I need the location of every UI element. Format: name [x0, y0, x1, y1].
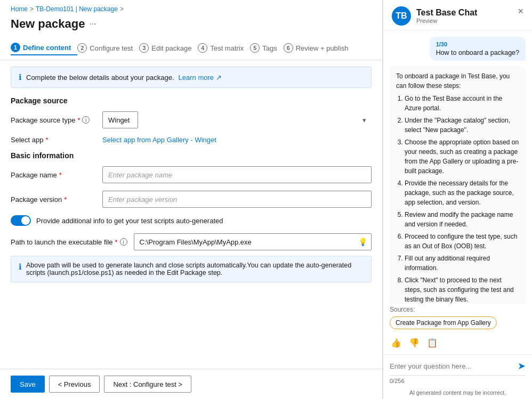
bot-step-4: Provide the necessary details for the pa…: [405, 178, 519, 207]
step-5-num: 5: [250, 43, 260, 53]
package-version-input[interactable]: [102, 191, 372, 208]
previous-button[interactable]: < Previous: [49, 376, 100, 393]
chat-input-wrap: ➤: [390, 360, 526, 376]
basic-info-title: Basic information: [11, 151, 372, 160]
user-message-text: How to onboard a package?: [436, 49, 519, 56]
package-source-type-row: Package source type * i Winget Custom ▾: [11, 111, 372, 128]
copy-button[interactable]: 📋: [426, 337, 439, 349]
source-chip[interactable]: Create Package from App Gallery: [390, 316, 497, 329]
bot-step-2: Under the "Package catalog" section, sel…: [405, 116, 519, 135]
step-edit-package[interactable]: 3 Edit package: [139, 41, 198, 55]
package-name-input[interactable]: [102, 166, 372, 183]
breadcrumb-sep1: >: [30, 5, 34, 13]
content-area: Package source Package source type * i W…: [0, 94, 382, 369]
thumbs-down-button[interactable]: 👎: [408, 337, 421, 349]
chat-panel: TB Test Base Chat Preview × 1/30 How to …: [383, 0, 532, 399]
footer-bar: Save < Previous Next : Configure test >: [0, 369, 382, 399]
path-input-wrapper: 💡: [134, 233, 372, 250]
step-3-label: Edit package: [151, 44, 191, 52]
user-message: 1/30 How to onboard a package?: [430, 37, 526, 61]
breadcrumb-account[interactable]: TB-Demo101 | New package: [36, 5, 118, 13]
info-banner: ℹ Complete the below details about your …: [11, 67, 372, 88]
step-4-label: Test matrix: [210, 44, 244, 52]
bot-step-7: Fill out any additional required informa…: [405, 254, 519, 273]
type-info-icon[interactable]: i: [82, 116, 90, 124]
step-test-matrix[interactable]: 4 Test matrix: [198, 41, 250, 55]
more-options-button[interactable]: ···: [89, 19, 96, 29]
feedback-row: 👍 👎 📋: [383, 333, 532, 355]
step-4-num: 4: [198, 43, 207, 53]
path-input[interactable]: [134, 233, 372, 250]
select-app-row: Select app * Select app from App Gallery…: [11, 136, 372, 144]
step-review-publish[interactable]: 6 Review + publish: [284, 41, 355, 55]
chat-send-button[interactable]: ➤: [518, 360, 526, 372]
toggle-label: Provide additional info to get your test…: [36, 217, 223, 225]
step-configure-test[interactable]: 2 Configure test: [77, 41, 139, 55]
info-icon: ℹ: [19, 72, 22, 82]
auto-generate-note: ℹ Above path will be used to generate la…: [11, 256, 372, 282]
user-message-counter: 1/30: [436, 41, 519, 47]
step-2-label: Configure test: [90, 44, 133, 52]
char-count: 0/256: [390, 378, 526, 384]
note-text: Above path will be used to generate laun…: [26, 262, 364, 276]
package-source-title: Package source: [11, 96, 372, 105]
learn-more-link[interactable]: Learn more ↗: [179, 74, 222, 82]
external-link-icon: ↗: [216, 74, 222, 82]
auto-generate-toggle-row: Provide additional info to get your test…: [11, 215, 372, 226]
chat-input-area: ➤ 0/256: [383, 355, 532, 387]
page-title: New package: [11, 17, 85, 31]
chat-title: Test Base Chat: [416, 8, 477, 18]
step-1-label: Define content: [23, 44, 71, 52]
bot-step-5: Review and modify the package name and v…: [405, 210, 519, 229]
thumbs-up-button[interactable]: 👍: [390, 337, 402, 349]
sources-label: Sources:: [390, 306, 526, 313]
info-banner-text: Complete the below details about your pa…: [26, 74, 174, 82]
chat-subtitle: Preview: [416, 18, 477, 24]
select-app-gallery-link[interactable]: Select app from App Gallery - Winget: [102, 136, 216, 144]
auto-generate-toggle[interactable]: [11, 215, 31, 226]
bot-step-3: Choose the appropriate option based on y…: [405, 137, 519, 176]
step-6-num: 6: [284, 43, 293, 53]
chat-close-button[interactable]: ×: [518, 6, 523, 16]
step-5-label: Tags: [262, 44, 277, 52]
chevron-down-icon: ▾: [362, 116, 366, 124]
path-label: Path to launch the executable file * i: [11, 238, 127, 246]
lightbulb-icon: 💡: [358, 238, 367, 246]
required-indicator-app: *: [45, 136, 48, 144]
package-source-type-label: Package source type * i: [11, 116, 96, 124]
breadcrumb-home[interactable]: Home: [11, 5, 28, 13]
chat-avatar: TB: [392, 6, 411, 26]
page-title-row: New package ···: [0, 16, 382, 36]
step-2-num: 2: [77, 43, 87, 53]
step-3-num: 3: [139, 43, 149, 53]
path-row: Path to launch the executable file * i 💡: [11, 233, 372, 250]
sources-section: Sources: Create Package from App Gallery: [383, 304, 532, 333]
path-info-icon[interactable]: i: [120, 238, 127, 246]
package-name-label: Package name *: [11, 171, 96, 179]
next-button[interactable]: Next : Configure test >: [104, 376, 191, 393]
bot-message: To onboard a package in Test Base, you c…: [390, 66, 526, 304]
step-define-content[interactable]: 1 Define content: [11, 40, 77, 55]
chat-header-left: TB Test Base Chat Preview: [392, 6, 477, 26]
select-app-label: Select app *: [11, 136, 96, 144]
save-button[interactable]: Save: [11, 376, 45, 393]
bot-intro: To onboard a package in Test Base, you c…: [396, 71, 519, 91]
chat-input[interactable]: [390, 362, 518, 370]
package-name-row: Package name *: [11, 166, 372, 183]
step-6-label: Review + publish: [296, 44, 349, 52]
chat-title-block: Test Base Chat Preview: [416, 8, 477, 24]
chat-header: TB Test Base Chat Preview ×: [383, 0, 532, 30]
step-tags[interactable]: 5 Tags: [250, 41, 283, 55]
bot-step-1: Go to the Test Base account in the Azure…: [405, 94, 519, 113]
ai-disclaimer: AI generated content may be incorrect.: [383, 387, 532, 399]
package-source-type-select[interactable]: Winget Custom: [102, 111, 138, 128]
steps-bar: 1 Define content 2 Configure test 3 Edit…: [0, 36, 382, 60]
breadcrumb: Home > TB-Demo101 | New package >: [0, 0, 382, 16]
breadcrumb-sep2: >: [120, 5, 124, 13]
main-panel: Home > TB-Demo101 | New package > New pa…: [0, 0, 383, 399]
bot-step-6: Proceed to configure the test type, such…: [405, 232, 519, 251]
package-version-label: Package version *: [11, 196, 96, 203]
bot-step-8: Click "Next" to proceed to the next step…: [405, 275, 519, 304]
required-indicator: *: [77, 116, 80, 124]
bot-steps-list: Go to the Test Base account in the Azure…: [396, 94, 519, 304]
